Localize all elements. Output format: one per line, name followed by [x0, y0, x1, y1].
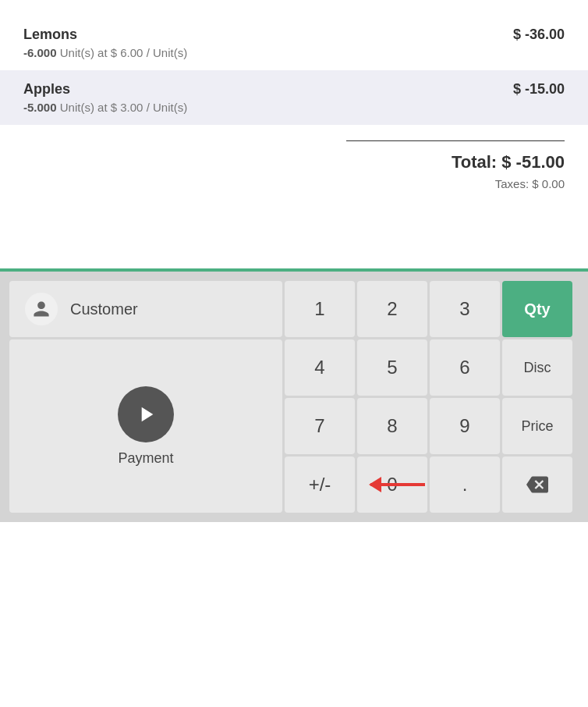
totals-divider — [346, 140, 565, 141]
numpad-grid: Customer 1 2 3 Qty Payment 4 5 6 Disc 7 — [9, 281, 579, 513]
key-backspace[interactable] — [502, 457, 572, 513]
key-disc[interactable]: Disc — [502, 339, 572, 396]
line-item-apples: Apples -5.000 Unit(s) at $ 3.00 / Unit(s… — [0, 70, 588, 125]
key-dot[interactable]: . — [430, 457, 500, 513]
payment-label: Payment — [118, 450, 173, 467]
key-plusminus[interactable]: +/- — [285, 457, 355, 513]
payment-circle — [118, 386, 174, 442]
item-detail-apples: -5.000 Unit(s) at $ 3.00 / Unit(s) — [23, 101, 187, 114]
key-2[interactable]: 2 — [357, 281, 427, 337]
key-8[interactable]: 8 — [357, 398, 427, 454]
key-price[interactable]: Price — [502, 398, 572, 454]
totals-section: Total: $ -51.00 Taxes: $ 0.00 — [0, 125, 588, 206]
item-price-lemons: $ -36.00 — [513, 27, 565, 43]
key-7[interactable]: 7 — [285, 398, 355, 454]
key-3[interactable]: 3 — [430, 281, 500, 337]
item-name-apples: Apples — [23, 81, 187, 98]
line-item-lemons: Lemons -6.000 Unit(s) at $ 6.00 / Unit(s… — [23, 16, 565, 70]
key-qty[interactable]: Qty — [502, 281, 572, 337]
key-0[interactable]: 0 — [357, 457, 427, 513]
customer-button[interactable]: Customer — [9, 281, 282, 337]
item-name-lemons: Lemons — [23, 27, 187, 43]
key-6[interactable]: 6 — [430, 339, 500, 396]
numpad-container: Customer 1 2 3 Qty Payment 4 5 6 Disc 7 — [0, 272, 588, 522]
key-1[interactable]: 1 — [285, 281, 355, 337]
payment-button[interactable]: Payment — [9, 339, 282, 513]
item-price-apples: $ -15.00 — [513, 81, 565, 98]
key-4[interactable]: 4 — [285, 339, 355, 396]
key-9[interactable]: 9 — [430, 398, 500, 454]
tax-line: Taxes: $ 0.00 — [23, 177, 565, 190]
key-5[interactable]: 5 — [357, 339, 427, 396]
item-detail-lemons: -6.000 Unit(s) at $ 6.00 / Unit(s) — [23, 46, 187, 59]
customer-label: Customer — [70, 300, 138, 318]
customer-icon — [25, 293, 58, 325]
total-line: Total: $ -51.00 — [23, 152, 565, 172]
